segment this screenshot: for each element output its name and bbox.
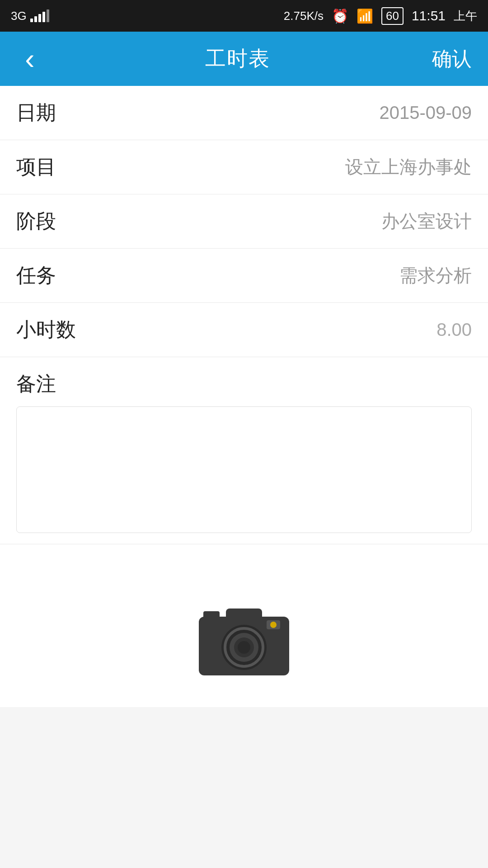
svg-point-7	[238, 641, 250, 654]
task-label: 任务	[16, 262, 56, 289]
ampm-display: 上午	[454, 8, 477, 24]
bottom-fill	[0, 707, 488, 868]
project-row[interactable]: 项目 设立上海办事处	[0, 140, 488, 194]
task-row[interactable]: 任务 需求分析	[0, 249, 488, 303]
task-value: 需求分析	[399, 263, 472, 288]
wifi-icon: 📶	[357, 8, 373, 24]
date-label: 日期	[16, 99, 56, 126]
svg-point-10	[270, 622, 277, 628]
date-value: 2015-09-09	[379, 103, 472, 123]
camera-svg-icon	[190, 590, 298, 680]
project-label: 项目	[16, 154, 56, 180]
hours-row[interactable]: 小时数 8.00	[0, 303, 488, 357]
notes-label: 备注	[16, 371, 472, 397]
camera-icon[interactable]	[190, 590, 298, 680]
stage-value: 办公室设计	[381, 209, 472, 234]
signal-bars-icon	[30, 9, 49, 22]
status-bar: 3G 2.75K/s ⏰ 📶 60 11:51 上午	[0, 0, 488, 32]
alarm-icon: ⏰	[332, 8, 348, 24]
network-speed: 2.75K/s	[284, 9, 324, 23]
camera-area[interactable]	[0, 544, 488, 707]
status-left: 3G	[11, 9, 49, 23]
notes-section: 备注	[0, 357, 488, 544]
stage-label: 阶段	[16, 208, 56, 235]
stage-row[interactable]: 阶段 办公室设计	[0, 194, 488, 249]
back-button[interactable]: ‹	[16, 42, 43, 75]
date-row[interactable]: 日期 2015-09-09	[0, 86, 488, 140]
battery-indicator: 60	[381, 7, 404, 25]
svg-rect-1	[226, 609, 262, 622]
confirm-button[interactable]: 确认	[432, 46, 472, 72]
hours-label: 小时数	[16, 316, 76, 343]
notes-input[interactable]	[16, 406, 472, 533]
svg-rect-2	[203, 611, 220, 619]
hours-value: 8.00	[436, 320, 472, 340]
time-display: 11:51	[412, 8, 446, 24]
main-content: 日期 2015-09-09 项目 设立上海办事处 阶段 办公室设计 任务 需求分…	[0, 86, 488, 868]
page-title: 工时表	[205, 45, 270, 73]
signal-type: 3G	[11, 9, 27, 23]
nav-bar: ‹ 工时表 确认	[0, 32, 488, 86]
project-value: 设立上海办事处	[345, 155, 472, 179]
status-right: 2.75K/s ⏰ 📶 60 11:51 上午	[284, 7, 477, 25]
